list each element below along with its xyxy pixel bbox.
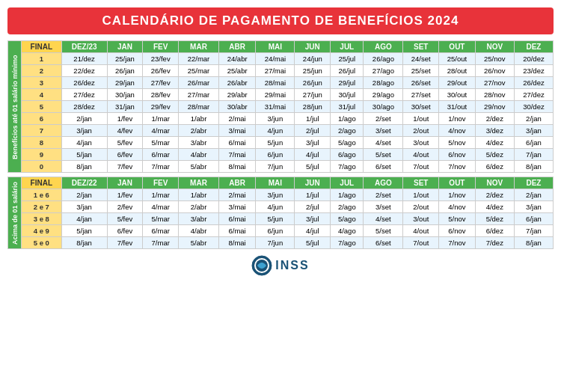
table-cell: 29/jul [331,77,364,89]
table-cell: 6/dez [475,161,514,173]
table-cell: 2/jan [61,189,107,201]
table-cell: 28/mar [179,101,219,113]
table-cell: 8/jan [61,161,107,173]
table-cell: 4/ago [331,225,364,237]
table-cell: 6/set [364,161,403,173]
col-header-abr: ABR [218,41,255,53]
table-cell: 4/out [403,149,439,161]
table-cell: 30/ago [364,101,403,113]
table-cell: 4/dez [475,201,514,213]
table-cell: 27/ago [364,65,403,77]
table-cell: 26/nov [475,65,514,77]
top-data-row: 326/dez29/jan27/fev26/mar26/abr28/mai26/… [8,77,554,89]
table-cell: 5/mar [143,137,179,149]
table-cell: 5/set [364,225,403,237]
table-cell: 6/jan [514,213,553,225]
table-cell: 9 [22,149,62,161]
bottom-col-header: MAI [256,177,295,189]
table-cell: 28/jun [295,101,331,113]
table-cell: 6/nov [439,149,476,161]
table-cell: 1/out [403,189,439,201]
table-cell: 2 [22,65,62,77]
table-cell: 7/out [403,237,439,249]
table-cell: 5/jun [256,213,295,225]
top-section-label: Benefícios até 01 salário mínimo [8,41,22,173]
table-cell: 4/dez [475,137,514,149]
table-cell: 2/mai [218,189,255,201]
table-cell: 4/set [364,213,403,225]
table-cell: 3/out [403,213,439,225]
table-cell: 7/jan [514,225,553,237]
table-cell: 26/fev [143,65,179,77]
bottom-col-header: JAN [107,177,143,189]
table-cell: 4/jan [61,213,107,225]
table-cell: 26/set [403,77,439,89]
table-cell: 30/set [403,101,439,113]
table-cell: 3/jan [61,201,107,213]
bottom-col-header: SET [403,177,439,189]
table-cell: 8 [22,137,62,149]
table-cell: 31/jul [331,101,364,113]
bottom-data-row: 2 e 73/jan2/fev4/mar2/abr3/mai4/jun2/jul… [8,201,554,213]
table-cell: 4 [22,89,62,101]
top-data-row: 08/jan7/fev7/mar5/abr8/mai7/jun5/jul7/ag… [8,161,554,173]
table-cell: 3/set [364,201,403,213]
bottom-col-header: FINAL [22,177,62,189]
col-header-fev: FEV [143,41,179,53]
table-cell: 2/jan [61,113,107,125]
inss-icon [251,255,272,276]
table-cell: 8/mai [218,237,255,249]
top-data-row: 84/jan5/fev5/mar3/abr6/mai5/jun3/jul5/ag… [8,137,554,149]
table-cell: 3/mai [218,201,255,213]
table-cell: 3/dez [475,125,514,137]
table-cell: 8/jan [514,237,553,249]
top-data-row: 62/jan1/fev1/mar1/abr2/mai3/jun1/jul1/ag… [8,113,554,125]
table-cell: 7/jan [514,149,553,161]
table-cell: 24/mai [256,53,295,65]
table-cell: 2/jan [514,189,553,201]
bottom-section-header-row: Acima de 01 salárioFINALDEZ/22JANFEVMARA… [8,177,554,189]
table-cell: 8/mai [218,161,255,173]
table-cell: 4/jun [256,201,295,213]
table-cell: 31/jan [107,101,143,113]
table-cell: 7 [22,125,62,137]
table-cell: 2/mai [218,113,255,125]
bottom-col-header: FEV [143,177,179,189]
table-cell: 26/mar [179,77,219,89]
table-cell: 1/ago [331,189,364,201]
table-cell: 6/dez [475,225,514,237]
table-cell: 25/jan [107,53,143,65]
table-cell: 31/out [439,101,476,113]
col-header-jan: JAN [107,41,143,53]
table-cell: 3 e 8 [22,213,62,225]
table-cell: 3/jan [514,125,553,137]
bottom-section-label: Acima de 01 salário [8,177,22,249]
inss-logo-text: INSS [275,259,309,272]
table-cell: 2/out [403,125,439,137]
top-section-header-row: Benefícios até 01 salário mínimo FINAL D… [8,41,554,53]
table-cell: 8/jan [61,237,107,249]
table-cell: 5 e 0 [22,237,62,249]
table-cell: 3/set [364,125,403,137]
table-cell: 24/abr [218,53,255,65]
table-cell: 6/mar [143,225,179,237]
table-cell: 3/jul [295,137,331,149]
bottom-col-header: MAR [179,177,219,189]
col-header-mar: MAR [179,41,219,53]
col-header-jun: JUN [295,41,331,53]
table-cell: 6/nov [439,225,476,237]
table-cell: 25/abr [218,65,255,77]
table-cell: 1/jul [295,189,331,201]
table-cell: 2/ago [331,125,364,137]
table-cell: 28/ago [364,77,403,89]
table-cell: 28/out [439,65,476,77]
table-cell: 4/mar [143,201,179,213]
table-cell: 30/out [439,89,476,101]
top-data-row: 222/dez26/jan26/fev25/mar25/abr27/mai25/… [8,65,554,77]
bottom-col-header: DEZ [514,177,553,189]
table-cell: 4/jul [295,225,331,237]
table-cell: 21/dez [61,53,107,65]
table-cell: 4/nov [439,201,476,213]
table-cell: 4/out [403,225,439,237]
bottom-col-header: JUL [331,177,364,189]
